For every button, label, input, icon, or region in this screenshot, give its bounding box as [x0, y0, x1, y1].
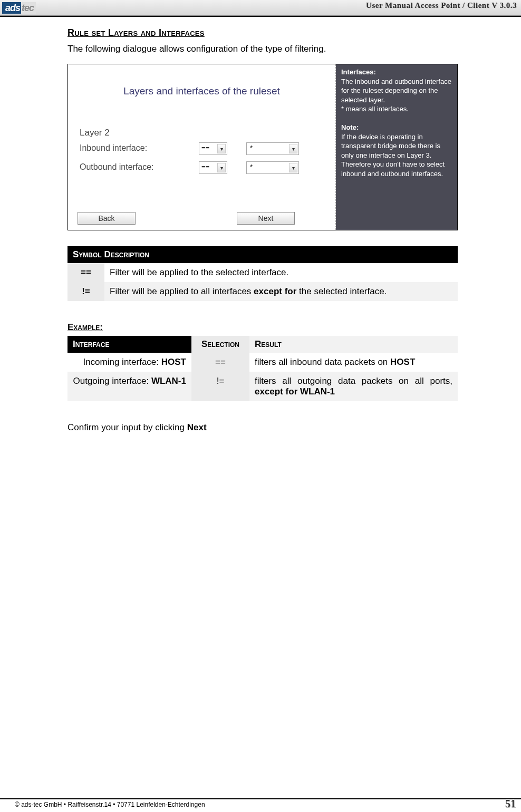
- description-cell: Filter will be applied to the selected i…: [104, 263, 458, 282]
- result-text: filters all outgoing data packets on all…: [255, 376, 452, 386]
- page-header: adstec User Manual Access Point / Client…: [0, 0, 521, 16]
- table-row: Incoming interface: HOST == filters all …: [67, 353, 458, 372]
- result-text: filters all inbound data packets on: [255, 357, 390, 367]
- interface-bold: WLAN-1: [151, 376, 186, 386]
- selection-cell: !=: [191, 372, 249, 401]
- table-row: Outgoing interface: WLAN-1 != filters al…: [67, 372, 458, 401]
- intro-text: The following dialogue allows configurat…: [67, 44, 501, 54]
- screenshot-help-panel: Interfaces: The inbound and outbound int…: [336, 64, 457, 230]
- confirm-pre: Confirm your input by clicking: [67, 422, 187, 432]
- symbol-cell: ==: [67, 263, 104, 282]
- page-number: 51: [505, 798, 516, 810]
- interface-cell: Outgoing interface: WLAN-1: [67, 372, 191, 401]
- table-row: != Filter will be applied to all interfa…: [67, 282, 458, 301]
- confirm-bold: Next: [187, 422, 207, 432]
- example-heading: Example:: [67, 322, 501, 333]
- interface-bold: HOST: [161, 357, 186, 367]
- example-header-selection: Selection: [191, 336, 249, 353]
- screenshot-main-panel: Layers and interfaces of the ruleset Lay…: [68, 64, 336, 230]
- inbound-interface-select[interactable]: * ▾: [246, 142, 299, 155]
- logo-tec: tec: [21, 2, 36, 14]
- content-area: Rule set Layers and Interfaces The follo…: [0, 17, 521, 433]
- layer-label: Layer 2: [80, 128, 110, 138]
- help-text-2: If the device is operating in transparen…: [341, 133, 445, 178]
- symbol-cell: !=: [67, 282, 104, 301]
- chevron-down-icon: ▾: [289, 144, 297, 153]
- outbound-label: Outbound interface:: [80, 162, 154, 172]
- back-button[interactable]: Back: [78, 212, 136, 225]
- inbound-interface-value: *: [250, 144, 253, 152]
- next-button[interactable]: Next: [237, 212, 295, 225]
- result-bold: HOST: [390, 357, 415, 367]
- embedded-screenshot: Layers and interfaces of the ruleset Lay…: [67, 64, 458, 230]
- interface-text: Outgoing interface:: [73, 376, 151, 386]
- outbound-interface-value: *: [250, 163, 253, 171]
- section-heading: Rule set Layers and Interfaces: [67, 27, 501, 38]
- help-text-1b: * means all interfaces.: [341, 105, 409, 113]
- chevron-down-icon: ▾: [217, 144, 226, 153]
- description-text: Filter will be applied to all interfaces: [110, 286, 254, 296]
- logo: adstec: [2, 2, 36, 14]
- result-cell: filters all inbound data packets on HOST: [249, 353, 458, 372]
- table-row: == Filter will be applied to the selecte…: [67, 263, 458, 282]
- logo-ads: ads: [2, 2, 21, 14]
- chevron-down-icon: ▾: [289, 163, 297, 172]
- help-title-1: Interfaces:: [341, 68, 376, 76]
- inbound-label: Inbound interface:: [80, 143, 147, 153]
- description-bold: except for: [254, 286, 296, 296]
- page-footer: © ads-tec GmbH • Raiffeisenstr.14 • 7077…: [0, 798, 521, 810]
- outbound-interface-select[interactable]: * ▾: [246, 161, 299, 174]
- inbound-operator-select[interactable]: == ▾: [199, 142, 227, 155]
- example-table: Interface Selection Result Incoming inte…: [67, 336, 458, 401]
- interface-cell: Incoming interface: HOST: [67, 353, 191, 372]
- chevron-down-icon: ▾: [217, 163, 226, 172]
- interface-text: Incoming interface:: [83, 357, 161, 367]
- symbol-table-header: Symbol Description: [67, 246, 458, 263]
- outbound-operator-select[interactable]: == ▾: [199, 161, 227, 174]
- description-cell: Filter will be applied to all interfaces…: [104, 282, 458, 301]
- help-text-1: The inbound and outbound interface for t…: [341, 78, 451, 104]
- description-text: Filter will be applied to the selected i…: [110, 267, 288, 277]
- copyright-text: © ads-tec GmbH • Raiffeisenstr.14 • 7077…: [15, 801, 205, 808]
- outbound-operator-value: ==: [201, 163, 209, 171]
- description-text: the selected interface.: [296, 286, 387, 296]
- result-cell: filters all outgoing data packets on all…: [249, 372, 458, 401]
- header-title: User Manual Access Point / Client V 3.0.…: [366, 1, 517, 10]
- symbol-description-table: Symbol Description == Filter will be app…: [67, 246, 458, 301]
- example-header-interface: Interface: [67, 336, 191, 353]
- inbound-operator-value: ==: [201, 144, 209, 152]
- selection-cell: ==: [191, 353, 249, 372]
- screenshot-title: Layers and interfaces of the ruleset: [68, 85, 335, 97]
- example-header-result: Result: [249, 336, 458, 353]
- help-title-2: Note:: [341, 123, 359, 131]
- result-bold: except for WLAN-1: [255, 386, 335, 397]
- confirm-text: Confirm your input by clicking Next: [67, 422, 501, 433]
